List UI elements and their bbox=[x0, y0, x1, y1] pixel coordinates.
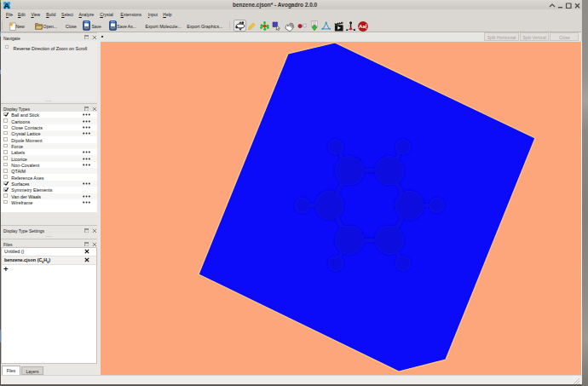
svg-text:A: A bbox=[3, 1, 9, 10]
svg-text:Aa: Aa bbox=[359, 23, 366, 29]
